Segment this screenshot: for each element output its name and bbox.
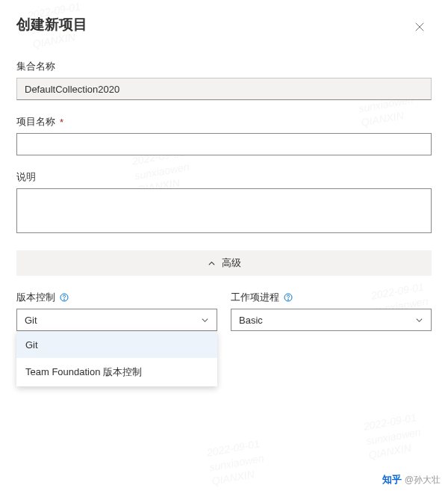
collection-label: 集合名称 xyxy=(16,60,432,73)
chevron-up-icon xyxy=(208,259,216,268)
work-item-process-field: 工作项进程 Basic xyxy=(231,291,432,331)
version-control-value: Git xyxy=(25,315,37,326)
required-indicator: * xyxy=(60,117,63,128)
version-control-label: 版本控制 xyxy=(16,291,217,304)
svg-point-3 xyxy=(64,300,65,300)
project-name-field: 项目名称 * xyxy=(16,115,432,155)
work-item-process-select[interactable]: Basic xyxy=(231,309,432,331)
dropdown-option-tfvc[interactable]: Team Foundation 版本控制 xyxy=(16,358,217,386)
help-icon[interactable] xyxy=(284,293,293,302)
project-name-label: 项目名称 * xyxy=(16,115,432,129)
create-project-dialog: 创建新项目 集合名称 DefaultCollection2020 项目名称 * … xyxy=(0,0,448,346)
collection-field: 集合名称 DefaultCollection2020 xyxy=(16,60,432,100)
attribution: 知乎 @孙大壮 xyxy=(382,473,441,487)
collection-value: DefaultCollection2020 xyxy=(16,78,432,100)
work-item-process-value: Basic xyxy=(239,315,263,326)
work-item-process-label: 工作项进程 xyxy=(231,291,432,304)
dialog-title: 创建新项目 xyxy=(16,15,87,34)
version-control-select[interactable]: Git xyxy=(16,309,217,331)
svg-point-5 xyxy=(288,300,289,300)
description-input[interactable] xyxy=(16,188,432,233)
version-control-field: 版本控制 Git Git Team Foundation 版本控制 xyxy=(16,291,217,331)
advanced-label: 高级 xyxy=(222,256,241,270)
description-label: 说明 xyxy=(16,170,432,184)
version-control-dropdown: Git Team Foundation 版本控制 xyxy=(16,331,217,386)
help-icon[interactable] xyxy=(60,293,69,302)
advanced-toggle[interactable]: 高级 xyxy=(16,250,432,276)
dropdown-option-git[interactable]: Git xyxy=(16,332,217,358)
chevron-down-icon xyxy=(415,316,423,324)
close-button[interactable] xyxy=(408,15,432,39)
project-name-input[interactable] xyxy=(16,133,432,155)
dialog-header: 创建新项目 xyxy=(16,15,432,39)
advanced-row: 版本控制 Git Git Team Foundation 版本控制 xyxy=(16,291,432,331)
chevron-down-icon xyxy=(201,316,209,324)
description-field: 说明 xyxy=(16,170,432,235)
zhihu-logo: 知乎 xyxy=(382,473,402,487)
close-icon xyxy=(414,22,425,32)
attribution-handle: @孙大壮 xyxy=(405,474,441,487)
